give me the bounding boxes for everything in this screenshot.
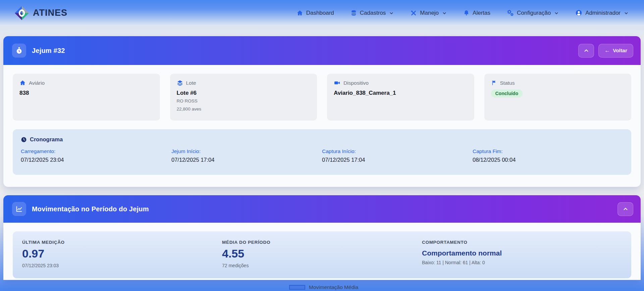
jejum-card: Jejum #32 ← Voltar Aviário 838: [3, 36, 641, 187]
nav-item-cadastros[interactable]: Cadastros: [351, 9, 394, 16]
clock-icon: [21, 137, 27, 143]
nav-menu: Dashboard Cadastros Manejo: [297, 9, 629, 16]
top-navbar: ATINES Dashboard Cadastros: [0, 0, 644, 26]
chart-line-icon: [12, 202, 26, 216]
crono-label: Jejum Início:: [171, 148, 322, 154]
movimentacao-card: Movimentação no Período do Jejum ÚLTIMA …: [3, 195, 641, 280]
nav-item-manejo[interactable]: Manejo: [410, 10, 447, 16]
nav-item-administrador[interactable]: Administrador: [575, 9, 629, 16]
nav-label: Alertas: [473, 10, 490, 16]
jejum-collapse-button[interactable]: [578, 44, 594, 58]
gears-icon: [507, 9, 514, 16]
stat-label: ÚLTIMA MEDIÇÃO: [22, 240, 222, 245]
stat-ultima-medicao: ÚLTIMA MEDIÇÃO 0.97 07/12/2025 23:03: [22, 240, 222, 270]
stat-label: COMPORTAMENTO: [422, 240, 622, 245]
tile-label-text: Aviário: [29, 80, 45, 86]
stopwatch-icon: [12, 44, 26, 58]
chevron-up-icon: [623, 206, 629, 212]
nav-label: Manejo: [420, 10, 439, 16]
crono-value: 07/12/2025 23:04: [21, 157, 171, 163]
chevron-down-icon: [554, 11, 559, 15]
aviario-value: 838: [19, 90, 153, 96]
jejum-card-header: Jejum #32 ← Voltar: [3, 36, 641, 65]
tile-dispositivo: Dispositivo Aviario_838_Camera_1: [327, 74, 474, 121]
jejum-card-title: Jejum #32: [32, 47, 65, 55]
stat-label: MÉDIA DO PERÍODO: [222, 240, 422, 245]
chevron-down-icon: [624, 11, 629, 15]
dispositivo-value: Aviario_838_Camera_1: [334, 90, 468, 96]
crono-value: 07/12/2025 17:04: [322, 157, 473, 163]
stat-value: 4.55: [222, 247, 422, 260]
bell-icon: [463, 9, 470, 16]
nav-item-configuracao[interactable]: Configuração: [507, 9, 559, 16]
lote-aves: 22,800 aves: [177, 106, 311, 113]
jejum-card-body: Aviário 838 Lote Lote #6 RO ROSS: [3, 65, 641, 187]
video-camera-icon: [334, 80, 340, 86]
legend-label: Movimentação Média: [309, 284, 358, 290]
crono-label: Captura Início:: [322, 148, 473, 154]
home-icon: [19, 80, 26, 86]
flag-icon: [491, 80, 497, 86]
stat-sub: 07/12/2025 23:03: [22, 263, 222, 268]
nav-label: Configuração: [517, 10, 551, 16]
stats-banner: ÚLTIMA MEDIÇÃO 0.97 07/12/2025 23:03 MÉD…: [13, 231, 631, 278]
arrow-left-icon: ←: [604, 47, 610, 54]
tools-icon: [410, 10, 417, 16]
user-circle-icon: [575, 9, 582, 16]
tile-lote: Lote Lote #6 RO ROSS 22,800 aves: [170, 74, 317, 121]
stat-media-periodo: MÉDIA DO PERÍODO 4.55 72 medições: [222, 240, 422, 270]
layers-icon: [177, 80, 183, 86]
database-icon: [351, 9, 357, 16]
voltar-button[interactable]: ← Voltar: [598, 44, 633, 58]
crono-label: Carregamento:: [21, 148, 171, 154]
crono-entry: Jejum Início: 07/12/2025 17:04: [171, 148, 322, 163]
chevron-down-icon: [389, 11, 394, 15]
stat-value: 0.97: [22, 247, 222, 260]
brand-name: ATINES: [33, 8, 67, 18]
stat-sub: 72 medições: [222, 263, 422, 268]
info-tiles: Aviário 838 Lote Lote #6 RO ROSS: [13, 74, 631, 121]
tile-label-text: Status: [500, 80, 515, 86]
crono-value: 08/12/2025 00:04: [473, 157, 623, 163]
cronograma-title: Cronograma: [30, 136, 63, 143]
crono-entry: Captura Fim: 08/12/2025 00:04: [473, 148, 623, 163]
legend-swatch: [289, 285, 305, 290]
tile-label-text: Lote: [186, 80, 196, 86]
stat-value: Comportamento normal: [422, 249, 622, 257]
nav-item-dashboard[interactable]: Dashboard: [297, 10, 334, 16]
stat-comportamento: COMPORTAMENTO Comportamento normal Baixo…: [422, 240, 622, 270]
lote-linhagem: RO ROSS: [177, 98, 311, 104]
tile-label-text: Dispositivo: [343, 80, 369, 86]
nav-label: Administrador: [585, 10, 621, 16]
movimentacao-card-title: Movimentação no Período do Jejum: [32, 205, 149, 213]
movimentacao-card-header: Movimentação no Período do Jejum: [3, 195, 641, 223]
tile-status: Status Concluído: [484, 74, 632, 121]
movimentacao-card-body: ÚLTIMA MEDIÇÃO 0.97 07/12/2025 23:03 MÉD…: [3, 223, 641, 280]
chart-legend-item[interactable]: Movimentação Média: [289, 284, 358, 290]
nav-label: Cadastros: [360, 10, 386, 16]
stat-sub: Baixo: 11 | Normal: 61 | Alta: 0: [422, 260, 622, 265]
nav-label: Dashboard: [306, 10, 334, 16]
crono-label: Captura Fim:: [473, 148, 623, 154]
atines-logo-icon: [14, 5, 30, 21]
status-badge: Concluído: [491, 89, 523, 97]
chevron-down-icon: [442, 11, 447, 15]
crono-entry: Captura Início: 07/12/2025 17:04: [322, 148, 473, 163]
nav-item-alertas[interactable]: Alertas: [463, 9, 490, 16]
movimentacao-collapse-button[interactable]: [618, 202, 633, 216]
lote-value: Lote #6: [177, 90, 311, 96]
cronograma-panel: Cronograma Carregamento: 07/12/2025 23:0…: [13, 129, 631, 175]
tile-aviario: Aviário 838: [13, 74, 160, 121]
home-icon: [297, 10, 303, 16]
crono-value: 07/12/2025 17:04: [171, 157, 322, 163]
brand-logo[interactable]: ATINES: [14, 5, 67, 21]
voltar-label: Voltar: [613, 48, 627, 54]
crono-entry: Carregamento: 07/12/2025 23:04: [21, 148, 171, 163]
chevron-up-icon: [583, 48, 589, 54]
